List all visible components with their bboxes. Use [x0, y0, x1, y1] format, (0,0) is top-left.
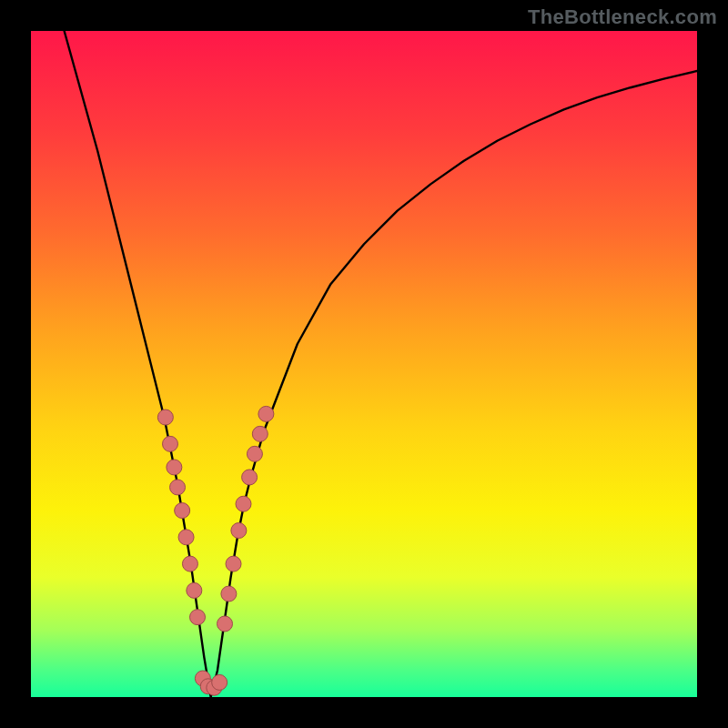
- data-dot: [157, 410, 173, 425]
- data-dot: [252, 426, 268, 441]
- data-dot: [187, 582, 202, 598]
- watermark-text: TheBottleneck.com: [528, 5, 717, 29]
- data-dot: [190, 610, 206, 625]
- data-dot: [182, 556, 197, 571]
- data-dot: [217, 616, 233, 632]
- data-dot: [226, 556, 241, 571]
- chart-svg: [31, 31, 697, 697]
- data-dot: [175, 503, 190, 519]
- data-dot: [258, 406, 274, 421]
- data-dot: [236, 496, 251, 511]
- data-dot: [231, 523, 247, 539]
- plot-area: [31, 31, 697, 697]
- data-dot: [221, 586, 237, 602]
- data-dot: [162, 436, 177, 451]
- gradient-background: [31, 31, 697, 697]
- data-dot: [167, 460, 182, 475]
- data-dot: [178, 530, 194, 545]
- data-dot: [242, 470, 258, 485]
- data-dot: [212, 674, 228, 690]
- outer-frame: TheBottleneck.com: [0, 0, 728, 728]
- data-dot: [170, 480, 186, 495]
- data-dot: [247, 446, 262, 461]
